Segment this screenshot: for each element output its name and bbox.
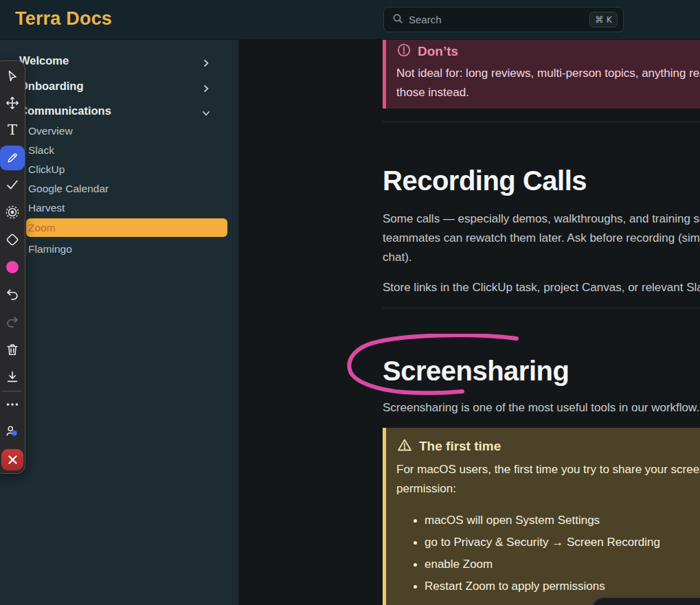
sidebar-item-label: Zoom xyxy=(28,218,56,237)
paragraph-line: Screensharing is one of the most useful … xyxy=(383,398,699,418)
bullet-dot xyxy=(414,563,417,567)
annotation-toolbar: T xyxy=(0,60,25,474)
sidebar-item-flamingo[interactable]: Flamingo xyxy=(28,240,227,259)
text-tool-icon[interactable]: T xyxy=(5,122,20,137)
list-item: go to Privacy & Security → Screen Record… xyxy=(414,532,700,553)
eraser-tool-icon[interactable] xyxy=(5,232,20,247)
list-item: Restart Zoom to apply permissions xyxy=(414,575,700,597)
callout-first-time: The first time For macOS users, the firs… xyxy=(383,428,700,605)
recording-paragraph-1: Some calls — especially demos, walkthrou… xyxy=(383,209,700,267)
bullet-dot xyxy=(414,541,417,545)
sidebar: Welcome Onboarding Communications Overvi… xyxy=(0,40,238,605)
sidebar-item-harvest[interactable]: Harvest xyxy=(28,198,227,218)
callout-donts: Don’ts Not ideal for: long reviews, mult… xyxy=(383,40,700,109)
callout-donts-title: Don’ts xyxy=(418,44,458,59)
paragraph-line: Store links in the ClickUp task, project… xyxy=(383,278,700,297)
callout-first-time-title-row: The first time xyxy=(396,437,700,455)
list-item: macOS will open System Settings xyxy=(414,510,700,532)
bullet-dot xyxy=(414,585,417,589)
paragraph-line: chat). xyxy=(383,248,700,267)
top-header: Terra Docs ⌘ K xyxy=(0,0,700,40)
sidebar-item-zoom-highlighted[interactable]: Zoom xyxy=(26,218,227,237)
spotlight-tool-icon[interactable] xyxy=(5,205,20,220)
heading-screensharing: Screensharing xyxy=(383,356,569,387)
brand-title: Terra Docs xyxy=(15,8,112,30)
sidebar-item-label: Onboarding xyxy=(19,80,84,92)
checkmark-tool-icon[interactable] xyxy=(5,177,20,192)
participants-icon[interactable] xyxy=(5,424,20,439)
alert-circle-icon xyxy=(396,43,411,61)
color-swatch-pink-icon[interactable] xyxy=(5,260,20,275)
warning-bullet-list: macOS will open System Settings go to Pr… xyxy=(414,510,700,597)
search-icon xyxy=(392,13,403,27)
sidebar-item-label: Welcome xyxy=(19,54,69,67)
sidebar-item-welcome[interactable]: Welcome xyxy=(19,54,225,69)
move-tool-icon[interactable] xyxy=(5,95,20,111)
warning-triangle-icon xyxy=(396,437,413,457)
callout-donts-title-row: Don’ts xyxy=(396,43,700,60)
toolbar-divider xyxy=(2,391,21,391)
cursor-tool-icon[interactable] xyxy=(5,69,20,84)
heading-recording-calls: Recording Calls xyxy=(383,165,587,196)
app-window: Don’ts Not ideal for: long reviews, mult… xyxy=(0,0,700,605)
search-box[interactable]: ⌘ K xyxy=(383,7,624,32)
pencil-tool-icon-selected[interactable] xyxy=(0,146,25,170)
sidebar-item-google-calendar[interactable]: Google Calendar xyxy=(28,179,227,198)
sidebar-item-onboarding[interactable]: Onboarding xyxy=(19,80,225,95)
close-annotation-button[interactable] xyxy=(1,449,23,470)
search-input[interactable] xyxy=(409,14,589,25)
callout-donts-line-2: those instead. xyxy=(396,83,700,102)
floating-corner-panel[interactable] xyxy=(591,597,700,605)
callout-donts-line-1: Not ideal for: long reviews, multi-perso… xyxy=(396,64,700,83)
sidebar-item-slack[interactable]: Slack xyxy=(28,141,227,160)
chevron-right-icon xyxy=(202,57,210,70)
section-divider xyxy=(383,122,700,122)
undo-icon[interactable] xyxy=(5,287,20,302)
callout-warn-line-1: For macOS users, the first time you try … xyxy=(396,460,700,479)
callout-warn-line-2: permission: xyxy=(396,479,700,499)
paragraph-line: teammates can rewatch them later. Ask be… xyxy=(383,229,700,248)
redo-icon[interactable] xyxy=(5,315,20,330)
section-divider xyxy=(383,308,700,308)
sidebar-item-label: Communications xyxy=(19,104,111,117)
chevron-down-icon xyxy=(202,107,210,120)
chevron-right-icon xyxy=(202,82,210,95)
screensharing-subtext: Screensharing is one of the most useful … xyxy=(383,398,699,418)
search-shortcut-badge: ⌘ K xyxy=(589,12,618,27)
sidebar-item-clickup[interactable]: ClickUp xyxy=(28,160,227,179)
sidebar-item-overview[interactable]: Overview xyxy=(28,122,227,141)
bullet-dot xyxy=(414,519,417,523)
trash-icon[interactable] xyxy=(5,342,20,357)
recording-paragraph-2: Store links in the ClickUp task, project… xyxy=(383,278,700,297)
paragraph-line: Some calls — especially demos, walkthrou… xyxy=(383,209,700,229)
sidebar-item-communications[interactable]: Communications xyxy=(19,104,225,119)
list-item: enable Zoom xyxy=(414,553,700,575)
save-download-icon[interactable] xyxy=(5,369,20,385)
callout-first-time-title: The first time xyxy=(419,439,501,454)
more-options-icon[interactable] xyxy=(5,397,20,412)
